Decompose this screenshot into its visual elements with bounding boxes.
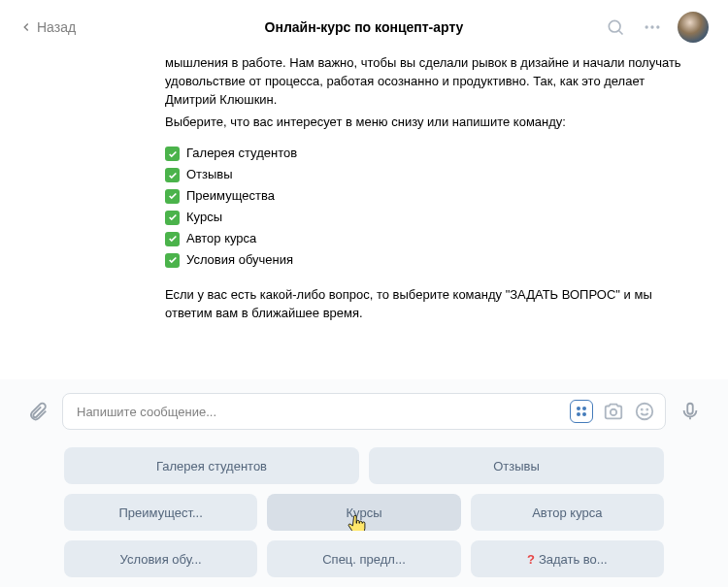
message-outro: Если у вас есть какой-либо вопрос, то вы…	[165, 286, 689, 323]
qr-label: Отзывы	[493, 459, 540, 473]
svg-point-5	[611, 409, 616, 415]
camera-button[interactable]	[603, 401, 624, 422]
dots-icon	[643, 17, 662, 37]
svg-rect-9	[687, 404, 693, 414]
check-icon	[165, 253, 180, 268]
check-icon	[165, 147, 180, 161]
list-item-label: Автор курса	[186, 230, 256, 248]
list-item: Автор курса	[165, 230, 689, 248]
qr-label: Галерея студентов	[156, 459, 267, 473]
list-item: Отзывы	[165, 166, 689, 184]
qr-ask[interactable]: ?Задать во...	[471, 540, 664, 577]
avatar[interactable]	[678, 12, 709, 43]
svg-point-2	[645, 25, 648, 28]
question-mark-icon: ?	[527, 552, 535, 567]
qr-label: Автор курса	[532, 505, 602, 520]
emoji-button[interactable]	[634, 401, 655, 422]
svg-point-7	[642, 409, 643, 410]
qr-label: Условия обу...	[120, 552, 202, 567]
qr-special[interactable]: Спец. предл...	[267, 540, 460, 577]
quick-reply-grid: Галерея студентов Отзывы Преимущест... К…	[64, 447, 664, 577]
svg-point-6	[637, 404, 653, 420]
qr-label: Преимущест...	[119, 505, 203, 520]
list-item-label: Условия обучения	[186, 251, 293, 270]
qr-gallery[interactable]: Галерея студентов	[64, 447, 359, 484]
message-intro: мышления в работе. Нам важно, чтобы вы с…	[165, 54, 689, 110]
list-item-label: Отзывы	[186, 166, 233, 184]
svg-point-3	[650, 25, 653, 28]
keyboard-button[interactable]	[570, 400, 593, 423]
grid-icon	[577, 407, 586, 416]
check-icon	[165, 189, 180, 204]
list-item-label: Галерея студентов	[186, 145, 297, 163]
list-item: Галерея студентов	[165, 145, 689, 163]
qr-terms[interactable]: Условия обу...	[64, 540, 257, 577]
list-item-label: Преимущества	[186, 187, 275, 206]
paperclip-icon	[27, 401, 49, 422]
chat-header: Назад Онлайн-курс по концепт-арту	[0, 0, 728, 54]
list-item: Преимущества	[165, 187, 689, 206]
back-label: Назад	[37, 19, 76, 35]
voice-button[interactable]	[678, 399, 703, 424]
message-body: мышления в работе. Нам важно, чтобы вы с…	[0, 54, 728, 323]
qr-reviews[interactable]: Отзывы	[369, 447, 664, 484]
camera-icon	[603, 401, 624, 422]
message-input[interactable]	[77, 405, 562, 419]
svg-point-8	[646, 409, 647, 410]
chevron-left-icon	[19, 20, 33, 34]
message-prompt: Выберите, что вас интересует в меню сниз…	[165, 114, 689, 132]
check-icon	[165, 232, 180, 246]
qr-label: Спец. предл...	[322, 552, 406, 567]
svg-line-1	[619, 31, 623, 35]
qr-label: Задать во...	[539, 552, 608, 567]
smile-icon	[634, 401, 655, 422]
more-button[interactable]	[641, 16, 664, 39]
svg-point-4	[656, 25, 659, 28]
check-icon	[165, 211, 180, 225]
attach-button[interactable]	[25, 399, 50, 424]
back-button[interactable]: Назад	[19, 19, 76, 35]
message-menu-list: Галерея студентов Отзывы Преимущества Ку…	[165, 145, 689, 269]
qr-author[interactable]: Автор курса	[471, 494, 664, 531]
check-icon	[165, 168, 180, 182]
qr-advantages[interactable]: Преимущест...	[64, 494, 257, 531]
search-icon	[606, 17, 625, 37]
list-item: Курсы	[165, 209, 689, 227]
svg-point-0	[609, 20, 620, 32]
search-button[interactable]	[604, 16, 627, 39]
qr-label: Курсы	[346, 505, 381, 520]
qr-courses[interactable]: Курсы	[267, 494, 460, 531]
compose-box	[62, 393, 666, 430]
mic-icon	[679, 401, 701, 422]
list-item: Условия обучения	[165, 251, 689, 270]
list-item-label: Курсы	[186, 209, 222, 227]
compose-panel: Галерея студентов Отзывы Преимущест... К…	[0, 379, 728, 587]
